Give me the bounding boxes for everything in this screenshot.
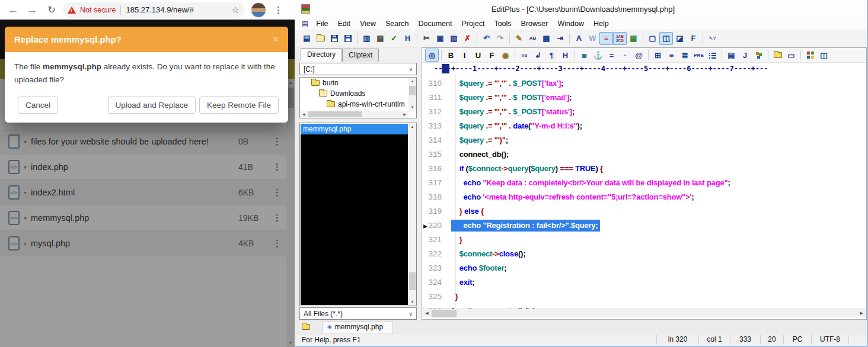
folder-tag-icon[interactable] xyxy=(771,49,784,62)
chevron-down-icon[interactable]: ∨ xyxy=(409,66,416,72)
tree-horizontal-scrollbar[interactable]: ◀ ▶ xyxy=(300,111,409,118)
scrollbar-thumb[interactable] xyxy=(432,310,457,317)
code-editor[interactable]: 310 $query .= "','" . $_POST['fax'];311 … xyxy=(422,75,866,310)
selected-file-item[interactable]: memmysql.php xyxy=(301,124,408,134)
url-text[interactable]: 185.27.134.9/new/# xyxy=(126,5,231,14)
browser-preview-icon[interactable]: ◎ xyxy=(425,49,439,62)
list-vertical-scrollbar[interactable]: ▲ ▼ xyxy=(409,123,416,306)
save-all-icon[interactable] xyxy=(341,32,355,45)
menu-document[interactable]: Document xyxy=(414,20,457,28)
horizontal-rule-icon[interactable]: = xyxy=(605,49,618,62)
anchor-icon[interactable]: ⚓ xyxy=(591,49,605,62)
scrollbar-thumb[interactable] xyxy=(409,86,416,95)
code-line[interactable]: 315 connect_db(); xyxy=(422,147,866,161)
tree-item[interactable]: api-ms-win-crt-runtim xyxy=(300,99,416,110)
code-line[interactable]: 316 if ($connect->query($query) === TRUE… xyxy=(422,161,866,175)
code-line[interactable]: 324 exit; xyxy=(422,275,866,289)
address-bar[interactable]: Not secure 185.27.134.9/new/# ☆ xyxy=(63,2,244,18)
align-right-icon[interactable]: ≣ xyxy=(678,49,692,62)
panel-function-icon[interactable]: F xyxy=(687,32,700,45)
tree-item[interactable]: Downloads xyxy=(300,88,416,99)
document-icon[interactable]: ▤ xyxy=(302,20,308,28)
copy-icon[interactable]: ▣ xyxy=(433,32,447,45)
forward-icon[interactable]: → xyxy=(25,1,39,19)
spell-check-icon[interactable]: ✓ xyxy=(387,32,401,45)
table-icon[interactable]: ⊞ xyxy=(651,49,665,62)
code-line[interactable]: 311 $query .= "','" . $_POST['email']; xyxy=(422,90,866,104)
underline-icon[interactable]: U xyxy=(471,49,485,62)
keep-remote-file-button[interactable]: Keep Remote File xyxy=(199,97,279,114)
code-line[interactable]: 319 } else { xyxy=(422,204,866,218)
duplicate-line-icon[interactable]: ▩ xyxy=(540,32,553,45)
nbsp-icon[interactable]: nb xyxy=(518,49,531,62)
indent-icon[interactable]: ⇥ xyxy=(553,32,567,45)
not-secure-label[interactable]: Not secure xyxy=(80,6,116,14)
code-line[interactable]: 323 echo $footer; xyxy=(422,261,866,275)
scroll-left-icon[interactable]: ◀ xyxy=(422,310,432,317)
drive-select[interactable]: [C:] ∨ xyxy=(299,63,417,75)
frame-icon[interactable]: ◫ xyxy=(817,49,831,62)
sort-icon[interactable]: 1AB2CD xyxy=(613,32,627,45)
menu-view[interactable]: View xyxy=(355,20,381,28)
code-line[interactable]: 317 echo "Keep data : completely<br/>You… xyxy=(422,175,866,189)
tab-cliptext[interactable]: Cliptext xyxy=(342,49,379,62)
scroll-down-icon[interactable]: ▼ xyxy=(409,298,416,306)
italic-icon[interactable]: I xyxy=(458,49,471,62)
find-replace-icon[interactable]: AB xyxy=(526,32,540,45)
at-sign-icon[interactable]: @ xyxy=(632,49,646,62)
document-tab[interactable]: ◈ memmysql.php xyxy=(322,321,393,333)
save-icon[interactable] xyxy=(327,32,341,45)
cut-icon[interactable]: ✂ xyxy=(420,32,433,45)
scroll-left-icon[interactable]: ◀ xyxy=(300,111,308,118)
paragraph-icon[interactable]: ¶ xyxy=(545,49,559,62)
browser-menu-icon[interactable]: ⋮ xyxy=(274,5,283,15)
folder-icon[interactable] xyxy=(302,324,310,330)
code-line[interactable]: 313 $query .= "','" . date("Y-m-d H:i:s"… xyxy=(422,118,866,133)
highlight-marker-icon[interactable]: ✎ xyxy=(512,32,526,45)
chevron-down-icon[interactable]: ∨ xyxy=(409,311,416,317)
menu-project[interactable]: Project xyxy=(457,20,490,28)
file-filter-select[interactable]: All Files (*.*) ∨ xyxy=(299,307,417,320)
tab-directory[interactable]: Directory xyxy=(301,48,342,62)
windows-colors-icon[interactable] xyxy=(803,49,817,62)
editor-horizontal-scrollbar[interactable]: ◀ ▶ xyxy=(422,309,866,317)
line-spacing-icon[interactable]: ≡ xyxy=(599,32,613,45)
font-icon[interactable]: A xyxy=(572,32,586,45)
ordered-list-icon[interactable] xyxy=(706,49,719,62)
reload-icon[interactable]: ↻ xyxy=(45,4,58,15)
bold-icon[interactable]: B xyxy=(444,49,458,62)
code-line[interactable]: 318 echo '<meta http-equiv=refresh conte… xyxy=(422,189,866,204)
back-icon[interactable]: ← xyxy=(6,1,20,19)
code-line[interactable]: 310 $query .= "','" . $_POST['fax']; xyxy=(422,76,866,90)
panel-output-icon[interactable]: ◪ xyxy=(673,32,687,45)
menu-browser[interactable]: Browser xyxy=(516,20,553,28)
context-help-icon[interactable]: ↖? xyxy=(706,32,719,45)
font-tag-icon[interactable]: F xyxy=(485,49,499,62)
avatar[interactable] xyxy=(251,2,266,18)
cancel-button[interactable]: Cancel xyxy=(18,97,58,114)
open-file-icon[interactable] xyxy=(314,32,327,45)
print-preview-icon[interactable]: ▥ xyxy=(360,32,374,45)
menu-window[interactable]: Window xyxy=(553,20,588,28)
tree-vertical-scrollbar[interactable]: ▲ ▼ xyxy=(409,78,416,111)
close-icon[interactable]: × xyxy=(273,34,279,46)
line-break-icon[interactable]: ↲ xyxy=(531,49,545,62)
panel-directory-icon[interactable]: ◫ xyxy=(659,32,673,45)
undo-icon[interactable]: ↶ xyxy=(480,32,493,45)
delete-icon[interactable]: ✗ xyxy=(461,32,474,45)
scroll-right-icon[interactable]: ▶ xyxy=(857,310,866,317)
tag-angle-icon[interactable]: ‹· xyxy=(618,49,632,62)
scroll-up-icon[interactable]: ▲ xyxy=(409,123,416,130)
code-line[interactable]: 312 $query .= "','" . $_POST['status']; xyxy=(422,104,866,118)
tree-item[interactable]: burin xyxy=(300,78,416,88)
print-icon[interactable]: ▦ xyxy=(374,32,387,45)
time-stamp-icon[interactable]: ◉ xyxy=(499,49,512,62)
code-line[interactable]: 320▶ echo "Registration : fail<br/>".$qu… xyxy=(422,218,866,232)
scrollbar-thumb[interactable] xyxy=(409,272,416,290)
bookmark-star-icon[interactable]: ☆ xyxy=(232,5,240,15)
scrollbar-thumb[interactable] xyxy=(308,111,362,117)
new-file-icon[interactable]: ▤ xyxy=(300,32,314,45)
menu-file[interactable]: File xyxy=(311,20,333,28)
menu-help[interactable]: Help xyxy=(589,20,614,28)
html-document-icon[interactable]: H xyxy=(401,32,414,45)
